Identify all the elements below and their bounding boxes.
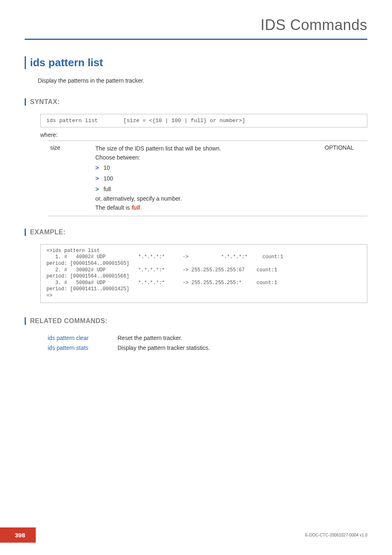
related-command-desc: Display the pattern tracker statistics.	[118, 343, 213, 353]
chapter-header: IDS Commands	[25, 16, 367, 40]
related-commands-table: ids pattern clear Reset the pattern trac…	[48, 333, 213, 353]
related-command-desc: Reset the pattern tracker.	[118, 333, 213, 343]
related-command-link[interactable]: ids pattern stats	[48, 343, 118, 353]
param-alt-line: or, alternatively, specify a number.	[95, 194, 320, 204]
command-title: ids pattern list	[30, 56, 367, 69]
related-command-link[interactable]: ids pattern clear	[48, 333, 118, 343]
page: IDS Commands ids pattern list Display th…	[0, 0, 392, 555]
param-option-text: 10	[104, 164, 110, 173]
syntax-box: ids pattern list [size = <{10 | 100 | fu…	[40, 114, 367, 127]
document-id: E-DOC-CTC-20061027-0004 v1.0	[305, 533, 367, 537]
param-name: size	[48, 141, 93, 216]
table-row: size The size of the IDS pattern list th…	[48, 141, 367, 216]
chevron-right-icon: >	[95, 163, 104, 172]
param-option: > full	[95, 184, 320, 194]
param-default-suffix: .	[140, 204, 142, 211]
table-row: ids pattern stats Display the pattern tr…	[48, 343, 213, 353]
command-description: Display the patterns in the pattern trac…	[38, 77, 367, 84]
example-section: EXAMPLE:	[25, 229, 367, 236]
example-box: =>ids pattern list 1. # 40002# UDP *.*.*…	[40, 244, 367, 303]
param-description: The size of the IDS pattern list that wi…	[93, 141, 322, 216]
chevron-right-icon: >	[95, 184, 104, 194]
syntax-section: SYNTAX:	[25, 98, 367, 106]
param-option: > 100	[95, 173, 320, 183]
chapter-title: IDS Commands	[261, 16, 367, 33]
example-label: EXAMPLE:	[30, 229, 367, 236]
param-default-prefix: The default is	[95, 204, 131, 211]
param-option-text: full	[104, 185, 111, 194]
where-label: where:	[40, 132, 367, 138]
param-desc-intro: The size of the IDS pattern list that wi…	[95, 144, 320, 153]
page-number-badge: 398	[0, 527, 36, 543]
table-row: ids pattern clear Reset the pattern trac…	[48, 333, 213, 343]
title-rule: ids pattern list	[25, 56, 367, 69]
related-section: RELATED COMMANDS:	[25, 317, 367, 325]
syntax-label: SYNTAX:	[30, 98, 367, 106]
param-optional: OPTIONAL	[322, 141, 367, 216]
related-label: RELATED COMMANDS:	[30, 317, 367, 325]
param-default-value: full	[131, 204, 140, 211]
param-option-text: 100	[104, 174, 113, 183]
param-option: > 10	[95, 163, 320, 173]
parameter-table: size The size of the IDS pattern list th…	[48, 141, 367, 216]
param-default-line: The default is full.	[95, 204, 320, 213]
chevron-right-icon: >	[95, 173, 104, 183]
param-choose-between: Choose between:	[95, 153, 320, 162]
footer: 398 E-DOC-CTC-20061027-0004 v1.0	[0, 527, 392, 543]
